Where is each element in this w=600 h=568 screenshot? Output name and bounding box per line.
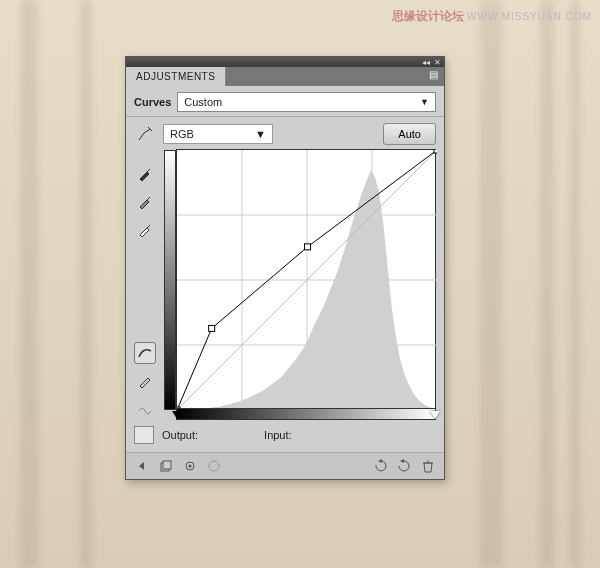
- svg-point-10: [189, 465, 192, 468]
- tool-column: [134, 123, 157, 420]
- white-eyedropper-icon[interactable]: [134, 219, 156, 241]
- panel-footer: [126, 452, 444, 479]
- output-label: Output:: [162, 429, 198, 441]
- channel-value: RGB: [170, 128, 194, 140]
- tab-adjustments[interactable]: ADJUSTMENTS: [126, 67, 226, 86]
- trash-icon[interactable]: [418, 457, 438, 475]
- panel-tabs: ADJUSTMENTS ▤: [126, 67, 444, 86]
- curves-label: Curves: [134, 96, 171, 108]
- output-gradient-strip: [164, 150, 176, 410]
- black-eyedropper-icon[interactable]: [134, 163, 156, 185]
- previous-state-icon[interactable]: [370, 457, 390, 475]
- io-row: Output: Input:: [126, 422, 444, 452]
- white-point-slider[interactable]: [430, 411, 440, 419]
- visibility-icon[interactable]: [180, 457, 200, 475]
- input-label: Input:: [264, 429, 292, 441]
- preset-row: Curves Custom ▼: [126, 86, 444, 117]
- smooth-icon[interactable]: [134, 398, 156, 420]
- preset-value: Custom: [184, 96, 222, 108]
- black-point-slider[interactable]: [172, 411, 182, 419]
- curve-point[interactable]: [209, 325, 215, 331]
- curves-graph[interactable]: [176, 149, 436, 409]
- back-icon[interactable]: [132, 457, 152, 475]
- curve-point[interactable]: [305, 244, 311, 250]
- watermark-cn: 思缘设计论坛: [392, 9, 464, 23]
- chevron-down-icon: ▼: [255, 128, 266, 140]
- input-gradient-strip: [176, 408, 436, 420]
- collapse-icon[interactable]: ◂◂: [422, 58, 430, 67]
- clip-icon[interactable]: [204, 457, 224, 475]
- close-icon[interactable]: ✕: [434, 58, 441, 67]
- gray-eyedropper-icon[interactable]: [134, 191, 156, 213]
- channel-select[interactable]: RGB ▼: [163, 124, 273, 144]
- pencil-mode-icon[interactable]: [134, 370, 156, 392]
- curve-mode-icon[interactable]: [134, 342, 156, 364]
- preset-select[interactable]: Custom ▼: [177, 92, 436, 112]
- new-layer-icon[interactable]: [156, 457, 176, 475]
- channel-row: RGB ▼ Auto: [163, 123, 436, 145]
- auto-button[interactable]: Auto: [383, 123, 436, 145]
- chevron-down-icon: ▼: [420, 97, 429, 107]
- reset-icon[interactable]: [394, 457, 414, 475]
- svg-point-11: [209, 461, 219, 471]
- watermark: 思缘设计论坛 WWW.MISSYUAN.COM: [392, 8, 592, 25]
- curve-point[interactable]: [434, 150, 437, 153]
- watermark-url: WWW.MISSYUAN.COM: [467, 11, 592, 22]
- svg-rect-8: [163, 461, 171, 469]
- panel-menu-icon[interactable]: ▤: [423, 67, 444, 86]
- targeted-adjust-tool-icon[interactable]: [134, 123, 156, 145]
- adjustments-panel: ◂◂ ✕ ADJUSTMENTS ▤ Curves Custom ▼ RG: [125, 56, 445, 480]
- clip-toggle-icon[interactable]: [134, 426, 154, 444]
- panel-titlebar: ◂◂ ✕: [126, 57, 444, 67]
